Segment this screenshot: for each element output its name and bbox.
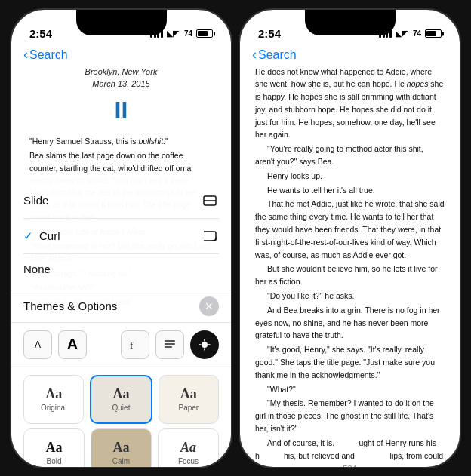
rp-9: "It's good, Henry," she says. "It's real… (255, 343, 445, 381)
theme-original-aa: Aa (45, 386, 62, 402)
slide-label: Slide (23, 194, 48, 207)
slide-option-none[interactable]: None (23, 254, 219, 284)
theme-bold-label: Bold (46, 457, 61, 465)
layout-button[interactable] (155, 330, 184, 359)
rp-7: "Do you like it?" he asks. (255, 290, 445, 302)
rp-4: He wants to tell her it's all true. (255, 184, 445, 197)
right-phone: 2:54 ◣◤ 74 ‹ (239, 8, 461, 468)
right-wifi-icon: ◣◤ (396, 29, 408, 38)
theme-calm-aa: Aa (113, 440, 130, 456)
font-controls: A A f (11, 323, 231, 367)
theme-bold-aa: Aa (46, 440, 63, 456)
svg-rect-3 (165, 340, 175, 342)
rp-12: And of course, it is. ught of Henry runs… (255, 437, 445, 467)
theme-original[interactable]: Aa Original (23, 375, 84, 424)
back-label: Search (29, 48, 68, 62)
slide-slide-icon (201, 192, 219, 210)
rp-1: He does not know what happened to Addie,… (255, 66, 445, 142)
themes-title: Themes & Options (23, 299, 117, 312)
theme-focus-label: Focus (178, 457, 199, 465)
book-header: Brooklyn, New YorkMarch 13, 2015 II (29, 66, 213, 130)
svg-point-6 (202, 342, 208, 348)
svg-rect-4 (165, 343, 175, 345)
close-button[interactable]: ✕ (199, 296, 219, 316)
themes-header: Themes & Options ✕ (11, 290, 231, 323)
svg-rect-5 (165, 346, 172, 348)
back-chevron-icon: ‹ (23, 47, 28, 63)
battery-text: 74 (184, 29, 192, 38)
para-1: "Henry Samuel Strauss, this is bullshit.… (29, 135, 213, 147)
right-time: 2:54 (258, 27, 281, 40)
curl-label: ✓ Curl (23, 229, 60, 243)
theme-focus-aa: Aa (180, 440, 196, 456)
theme-quiet[interactable]: Aa Quiet (90, 375, 152, 424)
left-book-area: Brooklyn, New YorkMarch 13, 2015 II "Hen… (11, 66, 231, 467)
slide-panel: Slide ✓ (11, 177, 231, 467)
left-time: 2:54 (29, 27, 52, 40)
rp-11: "My thesis. Remember? I wanted to do it … (255, 397, 445, 435)
curl-check-icon: ✓ (23, 229, 33, 243)
rp-3: Henry looks up. (255, 170, 445, 183)
notch (76, 10, 167, 35)
curl-slide-icon (201, 227, 219, 245)
reading-text: He does not know what happened to Addie,… (240, 66, 460, 467)
slide-options-list: Slide ✓ (11, 177, 231, 290)
theme-quiet-label: Quiet (112, 404, 131, 412)
book-chapter: II (29, 92, 213, 130)
theme-focus[interactable]: Aa Focus (158, 428, 219, 467)
rp-6: But she wouldn't believe him, so he lets… (255, 263, 445, 288)
theme-calm[interactable]: Aa Calm (91, 428, 152, 467)
right-back-chevron-icon: ‹ (252, 47, 257, 63)
right-back-button[interactable]: ‹ Search (252, 48, 297, 63)
left-phone: 2:54 ◣◤ 74 ‹ (10, 8, 232, 468)
right-back-label: Search (258, 48, 297, 62)
theme-paper[interactable]: Aa Paper (159, 375, 219, 424)
rp-8: And Bea breaks into a grin. There is no … (255, 304, 445, 342)
theme-quiet-aa: Aa (112, 386, 129, 402)
rp-5: That he met Addie, just like he wrote, t… (255, 198, 445, 261)
back-button[interactable]: ‹ Search (23, 48, 68, 63)
brightness-button[interactable] (190, 330, 219, 359)
right-reading-area: He does not know what happened to Addie,… (240, 66, 460, 467)
right-battery-icon (425, 29, 442, 38)
battery-icon (196, 29, 213, 38)
font-large-button[interactable]: A (58, 330, 87, 359)
wifi-icon: ◣◤ (167, 29, 179, 38)
font-small-button[interactable]: A (23, 330, 52, 359)
page-number: 524 (343, 464, 356, 467)
theme-cards-row2: Aa Bold Aa Calm Aa Focus (11, 428, 231, 467)
rp-10: "What?" (255, 383, 445, 396)
font-style-button[interactable]: f (121, 330, 149, 359)
theme-paper-label: Paper (178, 404, 199, 412)
theme-original-label: Original (41, 404, 66, 412)
large-a-label: A (67, 336, 78, 353)
small-a-label: A (35, 339, 41, 350)
theme-bold[interactable]: Aa Bold (23, 428, 85, 467)
theme-paper-aa: Aa (180, 386, 197, 402)
svg-text:f: f (130, 339, 134, 351)
slide-option-curl[interactable]: ✓ Curl (23, 219, 219, 254)
device-container: 2:54 ◣◤ 74 ‹ (0, 0, 471, 476)
slide-option-slide[interactable]: Slide (23, 183, 219, 219)
slide-options: Slide ✓ (23, 183, 219, 284)
rp-2: "You're really going to method actor thi… (255, 143, 445, 168)
right-nav: ‹ Search (240, 48, 460, 66)
right-battery-text: 74 (413, 29, 421, 38)
none-label: None (23, 263, 51, 275)
theme-cards-row1: Aa Original Aa Quiet Aa Paper (11, 367, 231, 431)
right-notch (305, 10, 396, 35)
book-location: Brooklyn, New YorkMarch 13, 2015 (29, 66, 213, 91)
theme-calm-label: Calm (112, 457, 130, 465)
left-nav: ‹ Search (11, 48, 231, 66)
